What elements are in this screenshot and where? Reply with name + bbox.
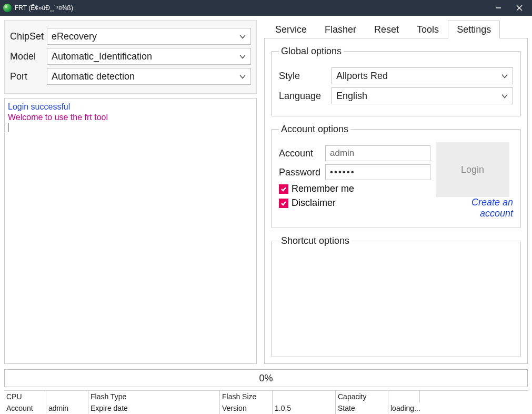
status-flashsize-value	[273, 391, 336, 402]
titlebar: FRT (Ë¢»úÐ¸¸´¹¤¾ß)	[0, 0, 532, 16]
chipset-select[interactable]: eRecovery	[47, 28, 251, 45]
tabstrip: Service Flasher Reset Tools Settings	[264, 20, 528, 38]
account-options-group: Account options Account Password	[271, 124, 521, 228]
status-bar: CPU Flash Type Flash Size Capacity Accou…	[4, 390, 528, 414]
model-label: Model	[10, 51, 47, 62]
style-select[interactable]: Allports Red	[332, 67, 513, 84]
text-caret	[8, 123, 8, 132]
create-account-link[interactable]: Create an account	[436, 197, 513, 219]
log-line: Welcome to use the frt tool	[8, 112, 253, 123]
global-options-group: Global options Style Allports Red Langua…	[271, 46, 521, 116]
status-flashtype-label: Flash Type	[88, 391, 220, 402]
language-value: English	[336, 91, 367, 102]
status-capacity-label: Capacity	[336, 391, 388, 402]
port-label: Port	[10, 71, 47, 82]
minimize-button[interactable]	[488, 0, 509, 16]
language-label: Language	[279, 91, 332, 102]
status-capacity-value	[388, 391, 420, 402]
status-blank	[420, 391, 520, 402]
shortcut-options-group: Shortcut options	[271, 235, 521, 357]
status-account-value: admin	[46, 402, 88, 414]
login-button[interactable]: Login	[436, 142, 509, 197]
disclaimer-label: Disclaimer	[292, 198, 336, 209]
chevron-down-icon	[501, 71, 508, 82]
tab-flasher[interactable]: Flasher	[316, 21, 365, 38]
tab-reset[interactable]: Reset	[365, 21, 408, 38]
chevron-down-icon	[239, 71, 246, 82]
status-state-label: State	[336, 402, 388, 414]
progress-bar: 0%	[4, 369, 528, 387]
password-label: Password	[279, 167, 325, 178]
chevron-down-icon	[239, 51, 246, 62]
status-state-value: loading...	[388, 402, 520, 414]
port-select[interactable]: Automatic detection	[47, 68, 251, 85]
port-value: Automatic detection	[52, 71, 135, 82]
model-value: Automatic_Identification	[52, 51, 152, 62]
chipset-value: eRecovery	[52, 31, 97, 42]
tab-tools[interactable]: Tools	[408, 21, 448, 38]
global-options-legend: Global options	[279, 46, 344, 57]
window-title: FRT (Ë¢»úÐ¸¸´¹¤¾ß)	[15, 4, 73, 12]
style-value: Allports Red	[336, 71, 388, 82]
chevron-down-icon	[501, 91, 508, 102]
log-line: Login successful	[8, 102, 253, 112]
device-panel: ChipSet eRecovery Model Automatic_Identi…	[4, 20, 257, 94]
status-cpu-label: CPU	[4, 391, 46, 402]
status-version-label: Version	[220, 402, 273, 414]
close-button[interactable]	[509, 0, 530, 16]
status-version-value: 1.0.5	[273, 402, 336, 414]
status-flashsize-label: Flash Size	[220, 391, 273, 402]
progress-text: 0%	[259, 373, 273, 384]
status-cpu-value	[46, 391, 88, 402]
tab-service[interactable]: Service	[266, 21, 316, 38]
settings-panel: Global options Style Allports Red Langua…	[264, 38, 528, 364]
style-label: Style	[279, 71, 332, 82]
remember-label: Remember me	[292, 183, 354, 194]
model-select[interactable]: Automatic_Identification	[47, 48, 251, 65]
disclaimer-checkbox[interactable]	[279, 199, 288, 208]
chevron-down-icon	[239, 31, 246, 42]
shortcut-options-legend: Shortcut options	[279, 235, 352, 247]
password-input[interactable]	[325, 164, 430, 180]
language-select[interactable]: English	[332, 87, 513, 104]
app-icon	[3, 4, 12, 12]
account-options-legend: Account options	[279, 124, 350, 135]
remember-checkbox[interactable]	[279, 184, 288, 194]
chipset-label: ChipSet	[10, 31, 47, 42]
account-input[interactable]	[325, 145, 430, 161]
log-output[interactable]: Login successful Welcome to use the frt …	[4, 98, 257, 364]
account-label: Account	[279, 148, 325, 159]
status-account-label: Account	[4, 402, 46, 414]
tab-settings[interactable]: Settings	[448, 21, 500, 38]
status-expire-label: Expire date	[88, 402, 220, 414]
